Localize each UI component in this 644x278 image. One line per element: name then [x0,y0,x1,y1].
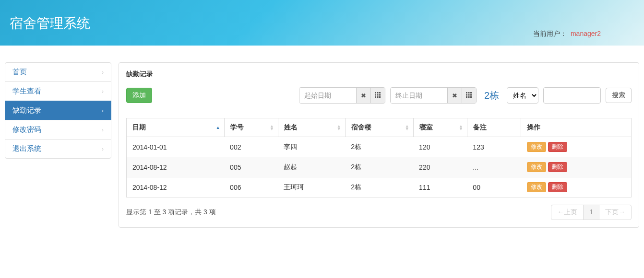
chevron-right-icon: › [102,88,104,95]
start-date-input[interactable] [299,88,356,103]
close-icon: ✖ [361,92,366,99]
column-label: 操作 [527,123,540,131]
svg-rect-13 [468,94,470,95]
table-row: 2014-08-12006王珂珂2栋11100修改删除 [127,177,632,197]
cell-sno: 002 [224,137,278,157]
search-button[interactable]: 搜索 [606,88,632,103]
cell-actions: 修改删除 [521,157,632,177]
sidebar-item-0[interactable]: 首页› [5,62,111,82]
cell-actions: 修改删除 [521,137,632,157]
table-row: 2014-01-01002李四2栋120123修改删除 [127,137,632,157]
column-header[interactable]: 寝室▲▼ [413,118,467,137]
sidebar-item-label: 缺勤记录 [12,106,41,115]
next-page-button[interactable]: 下页→ [599,205,632,220]
page-title: 缺勤记录 [126,70,632,79]
username: manager2 [571,30,601,37]
edit-button[interactable]: 修改 [527,162,546,172]
svg-rect-0 [375,92,376,93]
end-date-input[interactable] [391,88,447,103]
start-date-picker[interactable] [370,88,385,103]
cell-room: 111 [413,177,467,197]
column-header[interactable]: 日期▲ [127,118,225,137]
svg-rect-5 [379,94,381,95]
grid-icon [466,92,472,99]
cell-building: 2栋 [345,137,413,157]
delete-button[interactable]: 删除 [548,162,567,172]
add-button[interactable]: 添加 [126,88,152,103]
cell-actions: 修改删除 [521,177,632,197]
table-footer: 显示第 1 至 3 项记录，共 3 项 ←上页 1 下页→ [126,205,632,220]
sort-icon: ▲▼ [459,125,463,130]
cell-name: 赵起 [278,157,345,177]
svg-rect-15 [466,96,467,98]
start-date-group: ✖ [299,87,385,104]
delete-button[interactable]: 删除 [548,142,567,152]
column-label: 日期 [132,123,146,131]
svg-rect-7 [377,96,379,98]
sidebar-item-2[interactable]: 缺勤记录› [5,101,111,120]
end-date-clear[interactable]: ✖ [447,88,462,103]
prev-page-button[interactable]: ←上页 [551,205,584,220]
column-header[interactable]: 姓名▲▼ [278,118,345,137]
cell-date: 2014-08-12 [127,157,225,177]
end-date-picker[interactable] [462,88,476,103]
cell-name: 李四 [278,137,345,157]
records-info: 显示第 1 至 3 项记录，共 3 项 [126,208,216,217]
sidebar-item-4[interactable]: 退出系统› [5,139,111,159]
search-field-select[interactable]: 姓名 [507,87,538,104]
chevron-right-icon: › [102,127,104,133]
svg-rect-14 [470,94,472,95]
cell-building: 2栋 [345,177,413,197]
sidebar-item-label: 退出系统 [12,144,41,153]
toolbar: 添加 ✖ ✖ [126,87,632,104]
cell-date: 2014-08-12 [127,177,225,197]
current-user: 当前用户：manager2 [533,30,601,38]
cell-room: 220 [413,157,467,177]
edit-button[interactable]: 修改 [527,182,546,192]
column-header[interactable]: 学号▲▼ [224,118,278,137]
user-label: 当前用户： [533,30,567,37]
records-table: 日期▲学号▲▼姓名▲▼宿舍楼▲▼寝室▲▼备注操作 2014-01-01002李四… [126,118,632,197]
column-header[interactable]: 备注 [467,118,521,137]
column-label: 姓名 [284,123,298,131]
cell-note: 00 [467,177,521,197]
close-icon: ✖ [452,92,457,99]
svg-rect-12 [466,94,467,95]
delete-button[interactable]: 删除 [548,182,567,192]
end-date-group: ✖ [390,87,477,104]
building-link[interactable]: 2栋 [484,89,499,102]
svg-rect-4 [377,94,379,95]
main-panel: 缺勤记录 添加 ✖ ✖ [119,62,639,228]
sidebar: 首页›学生查看›缺勤记录›修改密码›退出系统› [5,62,111,228]
svg-rect-2 [379,92,381,93]
search-input[interactable] [543,87,601,104]
column-label: 学号 [230,123,244,131]
pagination: ←上页 1 下页→ [551,205,632,220]
cell-building: 2栋 [345,157,413,177]
column-header[interactable]: 宿舍楼▲▼ [345,118,413,137]
cell-name: 王珂珂 [278,177,345,197]
table-row: 2014-08-12005赵起2栋220...修改删除 [127,157,632,177]
column-label: 寝室 [419,123,433,131]
column-label: 宿舍楼 [351,123,371,131]
chevron-right-icon: › [102,146,104,152]
sidebar-item-3[interactable]: 修改密码› [5,120,111,139]
sidebar-item-label: 学生查看 [12,87,41,96]
start-date-clear[interactable]: ✖ [356,88,370,103]
grid-icon [375,92,381,99]
column-label: 备注 [473,123,487,131]
cell-sno: 006 [224,177,278,197]
svg-rect-10 [468,92,470,93]
svg-rect-6 [375,96,376,98]
cell-room: 120 [413,137,467,157]
edit-button[interactable]: 修改 [527,142,546,152]
sidebar-item-1[interactable]: 学生查看› [5,81,111,101]
sort-icon: ▲▼ [337,125,341,130]
page-number[interactable]: 1 [583,205,599,220]
sort-icon: ▲ [216,126,220,129]
svg-rect-11 [470,92,472,93]
chevron-right-icon: › [102,69,104,76]
column-header: 操作 [521,118,632,137]
svg-rect-8 [379,96,381,98]
app-title: 宿舍管理系统 [10,0,634,33]
